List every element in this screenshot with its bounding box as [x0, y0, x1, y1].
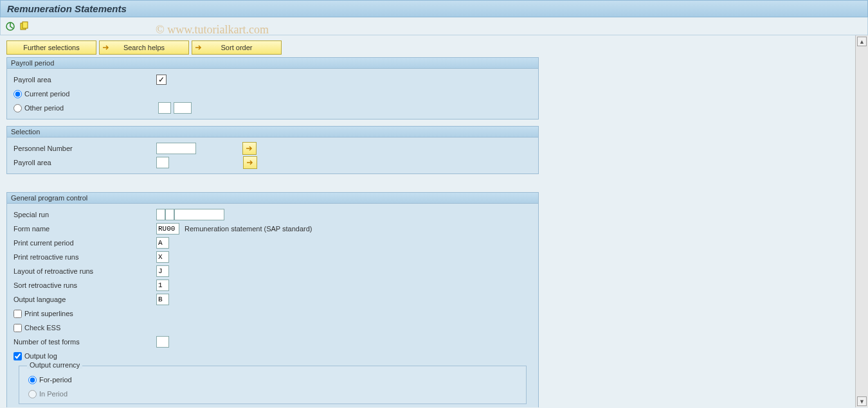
- personnel-number-label: Personnel Number: [14, 145, 156, 152]
- search-helps-button[interactable]: Search helps: [99, 40, 189, 55]
- general-control-group: General program control Special run Form…: [6, 192, 539, 407]
- toolbar: [0, 17, 868, 35]
- payroll-area-multi-button[interactable]: [243, 156, 257, 169]
- arrow-right-icon: [102, 44, 110, 51]
- vertical-scrollbar[interactable]: ▲ ▼: [855, 35, 868, 407]
- form-name-label: Form name: [14, 225, 156, 233]
- number-test-forms-label: Number of test forms: [14, 338, 156, 346]
- special-run-input1[interactable]: [156, 209, 165, 220]
- sort-order-button[interactable]: Sort order: [192, 40, 282, 55]
- selection-legend: Selection: [7, 127, 538, 137]
- for-period-radio[interactable]: [28, 376, 37, 384]
- sort-retro-label: Sort retroactive runs: [14, 281, 156, 289]
- other-period-label: Other period: [24, 104, 156, 112]
- current-period-label: Current period: [24, 90, 69, 98]
- output-log-checkbox[interactable]: [14, 352, 22, 360]
- in-period-label: In Period: [39, 390, 68, 398]
- special-run-input2[interactable]: [165, 209, 174, 220]
- other-period-radio[interactable]: [14, 104, 22, 112]
- check-ess-checkbox[interactable]: [14, 324, 22, 332]
- sort-order-label: Sort order: [221, 44, 253, 51]
- check-ess-label: Check ESS: [24, 324, 60, 332]
- title-bar: Remuneration Statements: [0, 0, 868, 17]
- further-selections-button[interactable]: Further selections: [6, 40, 96, 55]
- payroll-period-legend: Payroll period: [7, 58, 538, 69]
- print-retro-runs-input[interactable]: [156, 251, 169, 263]
- print-superlines-checkbox[interactable]: [14, 310, 22, 318]
- other-period-input1[interactable]: [158, 102, 171, 114]
- in-period-radio[interactable]: [28, 390, 37, 398]
- scroll-up-icon[interactable]: ▲: [857, 37, 867, 46]
- form-name-input[interactable]: [156, 223, 179, 235]
- payroll-area-checkbox[interactable]: ✓: [156, 75, 167, 85]
- general-control-legend: General program control: [7, 193, 538, 204]
- current-period-radio[interactable]: [14, 90, 22, 98]
- print-retro-runs-label: Print retroactive runs: [14, 253, 156, 261]
- variant-icon[interactable]: [19, 21, 30, 32]
- for-period-label: For-period: [39, 376, 72, 384]
- print-current-period-label: Print current period: [14, 239, 156, 247]
- page-title: Remuneration Statements: [7, 3, 127, 14]
- layout-retro-label: Layout of retroactive runs: [14, 267, 156, 275]
- payroll-period-group: Payroll period Payroll area ✓ Current pe…: [6, 57, 539, 120]
- selection-payroll-area-input[interactable]: [156, 157, 169, 168]
- layout-retro-input[interactable]: [156, 265, 169, 277]
- personnel-number-input[interactable]: [156, 143, 196, 154]
- execute-icon[interactable]: [5, 21, 16, 32]
- personnel-number-multi-button[interactable]: [242, 142, 257, 155]
- form-name-desc: Remuneration statement (SAP standard): [185, 225, 312, 233]
- output-log-label: Output log: [24, 352, 57, 360]
- output-currency-group: Output currency For-period In Period: [19, 366, 527, 404]
- svg-rect-2: [23, 22, 28, 28]
- output-currency-legend: Output currency: [27, 361, 82, 369]
- special-run-input3[interactable]: [174, 209, 224, 220]
- scroll-down-icon[interactable]: ▼: [857, 396, 867, 406]
- further-selections-label: Further selections: [23, 44, 79, 51]
- arrow-right-icon: [195, 44, 203, 51]
- content-area: Further selections Search helps Sort ord…: [0, 35, 855, 407]
- number-test-forms-input[interactable]: [156, 336, 169, 348]
- special-run-label: Special run: [14, 211, 156, 218]
- selection-payroll-area-label: Payroll area: [14, 159, 156, 166]
- print-superlines-label: Print superlines: [24, 310, 73, 317]
- payroll-area-label: Payroll area: [14, 76, 156, 84]
- button-row: Further selections Search helps Sort ord…: [6, 40, 849, 55]
- sort-retro-input[interactable]: [156, 279, 169, 291]
- other-period-input2[interactable]: [174, 102, 192, 114]
- search-helps-label: Search helps: [123, 44, 165, 51]
- output-language-label: Output language: [14, 296, 156, 303]
- print-current-period-input[interactable]: [156, 237, 169, 249]
- selection-group: Selection Personnel Number Payroll area: [6, 126, 539, 174]
- output-language-input[interactable]: [156, 294, 169, 305]
